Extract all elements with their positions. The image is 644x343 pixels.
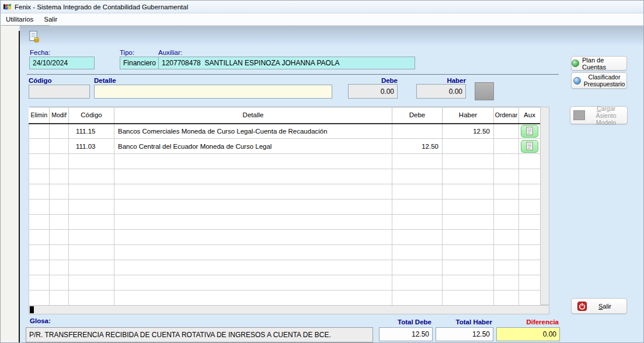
gray-square-icon (573, 110, 585, 120)
col-header-aux: Aux (519, 107, 541, 124)
menu-salir[interactable]: Salir (39, 14, 62, 24)
plan-de-cuentas-button[interactable]: Plan de Cuentas (571, 56, 627, 71)
table-row-empty (29, 260, 541, 275)
toolbar-band (20, 26, 644, 46)
plan-de-cuentas-label: Plan de Cuentas (582, 57, 626, 71)
scrollbar-thumb[interactable] (30, 306, 34, 313)
col-header-ordenar: Ordenar (494, 107, 519, 124)
window-title: Fenix - Sistema Integrado de Contabilida… (15, 4, 188, 10)
total-haber-label: Total Haber (436, 318, 492, 326)
col-header-debe: Debe (392, 107, 443, 124)
vertical-scrollbar[interactable] (540, 107, 549, 305)
table-row-empty (29, 215, 541, 230)
separator-line (27, 74, 559, 75)
fecha-input[interactable] (29, 57, 95, 69)
debe-label: Debe (348, 77, 398, 84)
aux-button[interactable] (521, 125, 538, 138)
diferencia-input[interactable] (496, 327, 560, 341)
col-header-haber: Haber (443, 107, 494, 124)
table-row-empty (29, 275, 541, 290)
haber-input[interactable] (416, 84, 466, 99)
glosa-label: Glosa: (30, 317, 51, 324)
col-header-codigo: Código (69, 107, 114, 124)
clasificador-presupuestario-button[interactable]: Clasificador Presupuestario (571, 72, 627, 89)
entries-table: Elimin Modif Código Detalle Debe Haber O… (29, 107, 541, 306)
diferencia-label: Diferencia (496, 318, 559, 326)
left-collapsed-panel (1, 26, 19, 343)
cargar-asiento-label: Cargar Asiento Modelo (588, 105, 624, 126)
table-row-empty (29, 245, 541, 260)
menu-bar: Utilitarios Salir (1, 13, 643, 26)
table-row-empty (29, 230, 541, 245)
aux-button[interactable] (521, 140, 538, 153)
app-window: Fenix - Sistema Integrado de Contabilida… (0, 0, 644, 343)
panel-divider (19, 31, 20, 343)
detalle-input[interactable] (94, 85, 332, 99)
haber-label: Haber (416, 77, 466, 84)
total-debe-input[interactable] (379, 327, 433, 341)
window-flag-icon (3, 3, 12, 11)
table-header-row: Elimin Modif Código Detalle Debe Haber O… (29, 107, 541, 124)
table-row-empty (29, 184, 541, 200)
col-header-detalle: Detalle (114, 107, 392, 124)
blue-sphere-icon (573, 77, 581, 85)
horizontal-scrollbar[interactable] (29, 305, 549, 314)
total-haber-input[interactable] (436, 327, 493, 341)
glosa-input[interactable] (26, 327, 373, 342)
table-row[interactable]: 111.15 Bancos Comerciales Moneda de Curs… (29, 124, 541, 139)
table-row-empty (29, 200, 541, 215)
total-debe-label: Total Debe (379, 318, 431, 326)
table-row-empty (29, 154, 541, 169)
title-bar: Fenix - Sistema Integrado de Contabilida… (1, 1, 643, 13)
auxiliar-label: Auxiliar: (158, 49, 182, 56)
document-icon (526, 127, 533, 135)
codigo-label: Código (29, 77, 52, 84)
table-row-empty (29, 290, 541, 306)
table-row[interactable]: 111.03 Banco Central del Ecuador Moneda … (29, 139, 541, 154)
document-icon (526, 142, 533, 150)
clasificador-label: Clasificador Presupuestario (584, 74, 625, 88)
codigo-input[interactable] (29, 85, 90, 99)
detalle-label: Detalle (94, 77, 116, 84)
tipo-label: Tipo: (120, 49, 134, 56)
power-icon (577, 302, 587, 311)
add-entry-button[interactable] (475, 82, 494, 100)
col-header-elimin: Elimin (29, 107, 50, 124)
fecha-label: Fecha: (30, 49, 50, 56)
cargar-asiento-modelo-button[interactable]: Cargar Asiento Modelo (570, 106, 628, 124)
salir-button[interactable]: Salir (571, 298, 627, 314)
green-sphere-icon (572, 60, 579, 67)
col-header-modif: Modif (50, 107, 69, 124)
auxiliar-input[interactable] (158, 57, 415, 69)
debe-input[interactable] (348, 84, 398, 99)
document-coins-icon (27, 30, 40, 43)
salir-label: Salir (598, 303, 611, 310)
table-row-empty (29, 169, 541, 184)
menu-utilitarios[interactable]: Utilitarios (1, 14, 39, 24)
new-voucher-button[interactable] (26, 29, 41, 44)
